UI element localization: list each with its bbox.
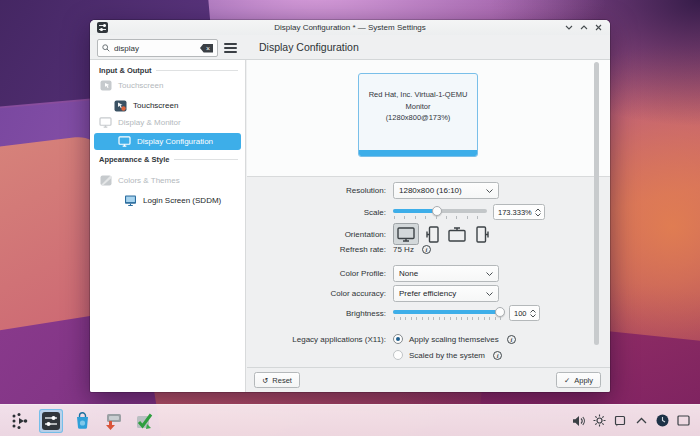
- legacy-x11-row-1: Legacy applications (X11): Apply scaling…: [246, 334, 516, 344]
- refresh-rate-value: 75 Hz: [393, 245, 414, 254]
- info-icon[interactable]: i: [507, 335, 516, 344]
- refresh-rate-row: Refresh rate: 75 Hz i: [246, 245, 431, 254]
- legacy-x11-label: Legacy applications (X11):: [246, 335, 386, 344]
- sidebar-section-header: Appearance & Style: [99, 155, 238, 164]
- taskbar: [0, 404, 700, 436]
- sidebar-item-display-configuration[interactable]: Display Configuration: [94, 133, 241, 150]
- color-profile-label: Color Profile:: [246, 269, 386, 278]
- footer-bar: ↺ Reset ✓ Apply: [247, 367, 610, 392]
- scale-value: 173.333%: [498, 208, 532, 217]
- resolution-value: 1280x800 (16:10): [399, 186, 462, 195]
- chevron-down-icon: [486, 189, 493, 193]
- color-profile-dropdown[interactable]: None: [393, 265, 499, 282]
- minimize-button[interactable]: [563, 22, 574, 33]
- login-screen-icon: [124, 195, 137, 207]
- sidebar-item-colors-themes-category[interactable]: Colors & Themes: [94, 172, 241, 189]
- sidebar-item-login-screen-sddm[interactable]: Login Screen (SDDM): [94, 192, 241, 209]
- maximize-button[interactable]: [578, 22, 589, 33]
- chevron-down-icon: [486, 292, 493, 296]
- scale-row: Scale: 173.333%: [246, 204, 545, 220]
- brightness-row: Brightness: 100: [246, 305, 540, 321]
- system-settings-icon[interactable]: [39, 409, 63, 433]
- monitor-landscape-flipped-icon: [448, 227, 466, 242]
- sidebar-item-label: Colors & Themes: [118, 176, 180, 185]
- sidebar-item-display-monitor-category[interactable]: Display & Monitor: [94, 114, 241, 131]
- color-accuracy-row: Color accuracy: Prefer efficiency: [246, 285, 499, 302]
- scale-spinbox[interactable]: 173.333%: [493, 204, 545, 220]
- brightness-spinbox[interactable]: 100: [509, 305, 540, 321]
- monitor-preview[interactable]: Red Hat, Inc. Virtual-1-QEMU Monitor (12…: [358, 73, 478, 157]
- color-accuracy-value: Prefer efficiency: [399, 289, 456, 298]
- resolution-row: Resolution: 1280x800 (16:10): [246, 182, 499, 199]
- spinner-arrows-icon[interactable]: [530, 309, 536, 318]
- clock-icon[interactable]: [655, 414, 669, 428]
- package-check-icon[interactable]: [132, 409, 156, 433]
- info-icon[interactable]: i: [422, 245, 431, 254]
- touchscreen-icon: [99, 80, 112, 92]
- search-icon: [102, 44, 110, 52]
- orientation-portrait-right-button[interactable]: [474, 223, 490, 245]
- orientation-landscape-button[interactable]: [393, 223, 419, 245]
- orientation-label: Orientation:: [246, 230, 386, 239]
- search-input[interactable]: [114, 44, 194, 53]
- monitor-portrait-right-icon: [476, 226, 489, 243]
- reset-icon: ↺: [262, 376, 268, 385]
- reset-button-label: Reset: [272, 376, 292, 385]
- volume-icon[interactable]: [571, 414, 585, 428]
- brightness-value: 100: [514, 309, 527, 318]
- colors-icon: [99, 175, 112, 187]
- orientation-landscape-flipped-button[interactable]: [445, 223, 469, 245]
- color-profile-value: None: [399, 269, 418, 278]
- clipboard-icon[interactable]: [613, 414, 627, 428]
- sidebar-section-header: Input & Output: [99, 66, 238, 75]
- search-field[interactable]: ×: [97, 39, 218, 57]
- reset-button[interactable]: ↺ Reset: [254, 372, 300, 388]
- sidebar-item-touchscreen-category[interactable]: Touchscreen: [94, 77, 241, 94]
- scale-slider-handle[interactable]: [432, 206, 442, 216]
- monitor-name: Red Hat, Inc. Virtual-1-QEMU Monitor: [369, 90, 468, 111]
- brightness-slider-handle[interactable]: [495, 307, 505, 317]
- menu-button[interactable]: [224, 43, 237, 53]
- sidebar-item-label: Touchscreen: [118, 81, 163, 90]
- radio-label: Apply scaling themselves: [409, 335, 499, 344]
- brightness-slider[interactable]: [393, 307, 503, 319]
- sidebar-item-touchscreen[interactable]: Touchscreen: [94, 97, 241, 114]
- color-profile-row: Color Profile: None: [246, 265, 499, 282]
- resolution-dropdown[interactable]: 1280x800 (16:10): [393, 182, 499, 199]
- toolbar: × Display Configuration: [90, 35, 610, 60]
- close-button[interactable]: [593, 22, 604, 33]
- content-scrollbar[interactable]: [594, 62, 599, 345]
- titlebar[interactable]: Display Configuration * — System Setting…: [90, 20, 610, 35]
- show-desktop-icon[interactable]: [676, 414, 690, 428]
- sidebar-item-label: Login Screen (SDDM): [143, 196, 221, 205]
- clear-search-icon[interactable]: ×: [200, 44, 213, 53]
- sidebar-item-label: Display & Monitor: [118, 118, 181, 127]
- scale-slider[interactable]: [393, 206, 487, 218]
- spinner-arrows-icon[interactable]: [535, 208, 541, 217]
- monitor-icon: [118, 136, 131, 148]
- monitor-landscape-icon: [397, 227, 415, 242]
- resolution-label: Resolution:: [246, 186, 386, 195]
- orientation-portrait-left-button[interactable]: [424, 223, 440, 245]
- apply-button-label: Apply: [574, 376, 593, 385]
- monitor-icon: [99, 117, 112, 129]
- installer-icon[interactable]: [101, 409, 125, 433]
- orientation-row: Orientation:: [246, 223, 495, 245]
- chevron-down-icon: [486, 272, 493, 276]
- brightness-label: Brightness:: [246, 309, 386, 318]
- check-icon: ✓: [564, 376, 570, 385]
- refresh-rate-label: Refresh rate:: [246, 245, 386, 254]
- kickoff-launcher-icon[interactable]: [8, 409, 32, 433]
- info-icon[interactable]: i: [493, 351, 502, 360]
- apply-button[interactable]: ✓ Apply: [556, 372, 601, 388]
- window-title: Display Configuration * — System Setting…: [90, 23, 610, 32]
- color-accuracy-dropdown[interactable]: Prefer efficiency: [393, 285, 499, 302]
- sidebar-item-label: Touchscreen: [133, 101, 178, 110]
- expand-tray-icon[interactable]: [634, 414, 648, 428]
- radio-scaled-by-system[interactable]: [393, 350, 403, 360]
- desktop: Display Configuration * — System Setting…: [0, 0, 700, 436]
- brightness-icon[interactable]: [592, 414, 606, 428]
- discover-icon[interactable]: [70, 409, 94, 433]
- system-settings-app-icon: [97, 22, 108, 33]
- radio-apply-scaling-themselves[interactable]: [393, 334, 403, 344]
